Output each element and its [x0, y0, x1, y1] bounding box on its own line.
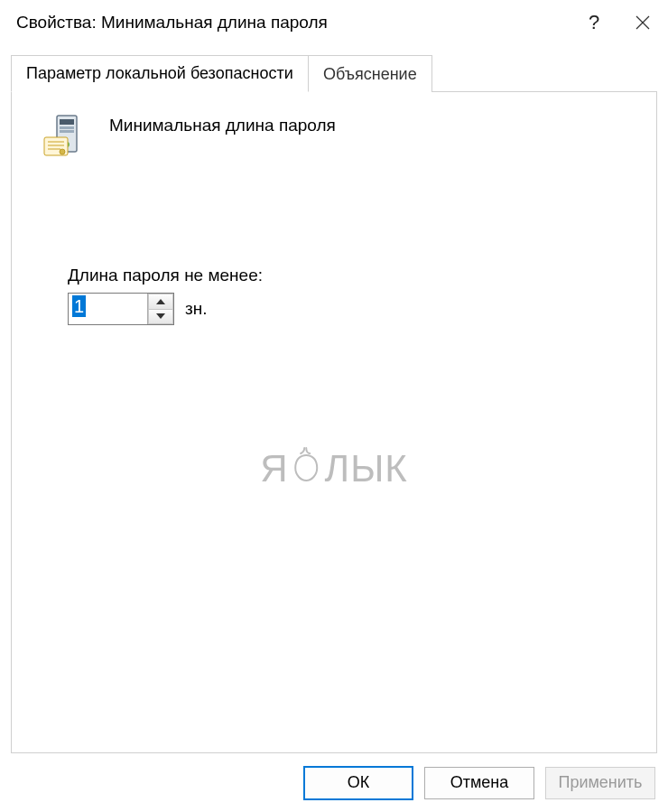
tab-label: Объяснение — [323, 65, 417, 84]
policy-icon — [41, 112, 91, 166]
password-length-spinner[interactable]: 1 — [68, 293, 174, 325]
titlebar: Свойства: Минимальная длина пароля ? — [0, 0, 668, 45]
policy-title: Минимальная длина пароля — [109, 112, 336, 135]
window-controls: ? — [571, 0, 668, 45]
unit-label: зн. — [185, 299, 207, 319]
spinner-row: 1 зн. — [68, 293, 636, 325]
chevron-up-icon — [156, 299, 165, 304]
chevron-down-icon — [156, 313, 165, 319]
close-button[interactable] — [617, 0, 668, 45]
window-title: Свойства: Минимальная длина пароля — [16, 13, 571, 33]
close-icon — [636, 15, 650, 30]
watermark: Я ЛЫК — [260, 444, 408, 493]
spinner-input[interactable]: 1 — [69, 294, 147, 324]
spinner-up-button[interactable] — [148, 294, 173, 309]
spinner-buttons — [147, 294, 173, 324]
password-length-field: Длина пароля не менее: 1 зн. — [68, 266, 636, 325]
svg-rect-5 — [60, 130, 74, 133]
tab-explanation[interactable]: Объяснение — [308, 55, 432, 92]
help-button[interactable]: ? — [571, 0, 617, 45]
tab-label: Параметр локальной безопасности — [26, 64, 293, 83]
svg-point-11 — [60, 149, 65, 154]
tab-local-security-setting[interactable]: Параметр локальной безопасности — [11, 55, 309, 92]
tab-strip: Параметр локальной безопасности Объяснен… — [11, 54, 657, 92]
tab-page: Минимальная длина пароля Длина пароля не… — [11, 92, 657, 753]
svg-marker-13 — [156, 313, 165, 319]
ok-button[interactable]: ОК — [303, 766, 413, 800]
cancel-button[interactable]: Отмена — [424, 767, 534, 799]
policy-header: Минимальная длина пароля — [41, 112, 636, 166]
svg-rect-3 — [60, 119, 74, 125]
apply-button: Применить — [545, 767, 655, 799]
field-label: Длина пароля не менее: — [68, 266, 636, 285]
svg-marker-12 — [156, 299, 165, 304]
svg-rect-4 — [60, 126, 74, 129]
button-bar: ОК Отмена Применить — [0, 753, 668, 812]
help-icon: ? — [589, 11, 599, 34]
spinner-down-button[interactable] — [148, 309, 173, 325]
properties-dialog: Свойства: Минимальная длина пароля ? Пар… — [0, 0, 668, 812]
apple-icon — [291, 444, 323, 493]
